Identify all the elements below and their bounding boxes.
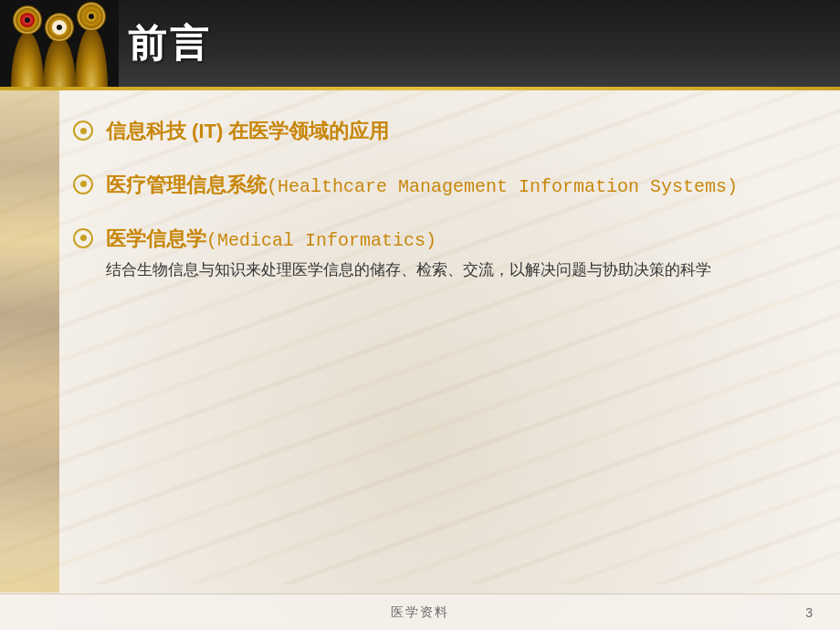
bullet-sub-3: 结合生物信息与知识来处理医学信息的储存、检索、交流，以解决问题与协助决策的科学: [106, 257, 767, 282]
bullet-icon-2: [73, 174, 93, 194]
bullet-icon-3: [73, 228, 93, 248]
bullet-main-3: 医学信息学(Medical Informatics): [106, 226, 767, 254]
slide: 前言 信息科技 (IT) 在医学领域的应用 医疗管理信息系统(Healthcar…: [0, 0, 840, 630]
bullet-icon-1: [73, 121, 93, 141]
footer: 医学资料 3: [0, 593, 840, 630]
svg-point-12: [89, 14, 94, 19]
bullet-text-1: 信息科技 (IT) 在医学领域的应用: [106, 118, 767, 146]
svg-point-9: [57, 25, 62, 30]
main-content: 信息科技 (IT) 在医学领域的应用 医疗管理信息系统(Healthcare M…: [0, 90, 840, 326]
bullet-main-2: 医疗管理信息系统(Healthcare Management Informati…: [106, 172, 767, 200]
header: 前言: [0, 0, 840, 87]
svg-point-6: [25, 17, 30, 23]
bullet-item-2: 医疗管理信息系统(Healthcare Management Informati…: [73, 172, 767, 200]
footer-page-number: 3: [805, 605, 813, 620]
bullet-text-3: 医学信息学(Medical Informatics) 结合生物信息与知识来处理医…: [106, 226, 767, 282]
header-cable-art: [0, 0, 119, 87]
bullet-main-1: 信息科技 (IT) 在医学领域的应用: [106, 118, 767, 146]
bullet-item-1: 信息科技 (IT) 在医学领域的应用: [73, 118, 767, 146]
header-border-line: [0, 87, 840, 90]
slide-title: 前言: [128, 18, 212, 69]
bullet-text-2: 医疗管理信息系统(Healthcare Management Informati…: [106, 172, 767, 200]
bullet-item-3: 医学信息学(Medical Informatics) 结合生物信息与知识来处理医…: [73, 226, 767, 282]
footer-title: 医学资料: [391, 604, 449, 621]
